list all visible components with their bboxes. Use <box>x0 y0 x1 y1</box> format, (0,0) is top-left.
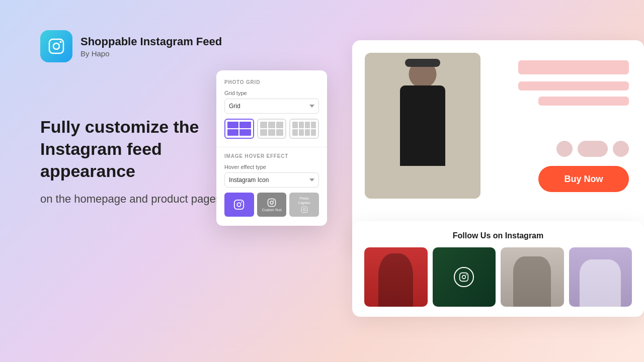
svg-point-1 <box>53 43 59 49</box>
feed-image-4 <box>569 247 632 307</box>
photo-caption-label: PhotoCaption <box>298 196 310 205</box>
feed-image-2 <box>433 247 496 307</box>
panel-photo-grid-title: PHOTO GRID <box>224 79 319 85</box>
model-body <box>400 85 445 166</box>
svg-point-8 <box>241 202 242 203</box>
buy-now-button[interactable]: Buy Now <box>538 166 629 192</box>
swatch-2 <box>578 141 608 157</box>
grid-type-options <box>224 119 319 139</box>
grid-option-3col[interactable] <box>257 119 287 139</box>
panel-divider <box>216 147 327 147</box>
color-swatches <box>556 141 629 157</box>
svg-rect-12 <box>301 207 307 213</box>
model-headband <box>405 59 440 67</box>
svg-point-5 <box>466 274 467 275</box>
grid-option-4col[interactable] <box>289 119 319 139</box>
grid-option-2col[interactable] <box>224 119 254 139</box>
instagram-feed-card: Follow Us on Instagram <box>352 221 644 317</box>
feed-images-row <box>364 247 632 307</box>
feed-card-title: Follow Us on Instagram <box>364 231 632 240</box>
app-icon <box>40 30 72 62</box>
right-area: Buy Now Follow Us on Instagram <box>302 35 644 327</box>
product-photo <box>365 53 480 199</box>
instagram-circle-icon <box>454 267 474 287</box>
svg-point-10 <box>270 201 273 204</box>
hover-effect-label: Hover effect type <box>224 164 319 170</box>
svg-rect-9 <box>268 199 276 206</box>
app-subtitle: By Hapo <box>80 49 222 58</box>
swatch-1 <box>556 141 573 157</box>
product-desc-bar-2 <box>538 97 629 106</box>
svg-point-7 <box>237 203 241 206</box>
svg-point-2 <box>60 41 62 43</box>
hover-option-photo-caption[interactable]: PhotoCaption <box>289 193 319 217</box>
app-title: Shoppable Instagram Feed <box>80 35 222 48</box>
custom-text-label: Custom Text <box>262 208 282 212</box>
hover-effect-select[interactable]: Instagram Icon Custom Text Photo Caption… <box>224 172 319 188</box>
svg-point-4 <box>462 276 466 279</box>
hover-option-custom-text[interactable]: Custom Text <box>257 193 287 217</box>
svg-rect-6 <box>234 200 244 209</box>
swatch-3 <box>613 141 629 157</box>
app-title-block: Shoppable Instagram Feed By Hapo <box>80 35 222 58</box>
app-header: Shoppable Instagram Feed By Hapo <box>40 30 222 62</box>
panel-hover-effect-title: IMAGE HOVER EFFECT <box>224 153 319 159</box>
product-title-bar <box>518 60 629 74</box>
grid-type-label: Grid type <box>224 90 319 96</box>
feed-image-3 <box>501 247 564 307</box>
hover-option-instagram[interactable] <box>224 193 254 217</box>
hover-effect-options: Custom Text PhotoCaption <box>224 193 319 217</box>
svg-rect-3 <box>460 273 468 282</box>
product-desc-bar-1 <box>518 81 629 90</box>
grid-type-select[interactable]: Grid Slider Masonry <box>224 99 319 114</box>
svg-point-11 <box>273 200 274 201</box>
feed-image-1 <box>364 247 428 307</box>
photo-grid-panel: PHOTO GRID Grid type Grid Slider Masonry… <box>216 70 327 226</box>
product-card: Buy Now <box>352 40 644 251</box>
svg-point-13 <box>303 209 305 211</box>
